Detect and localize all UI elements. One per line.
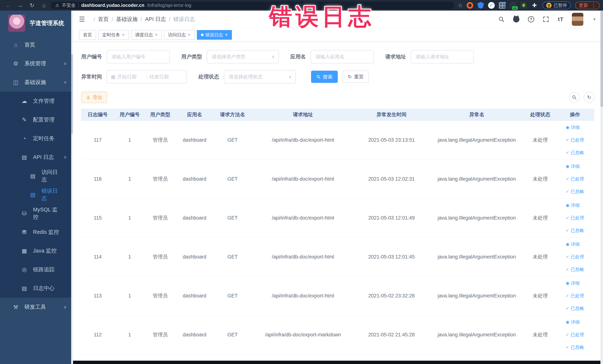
- sidebar-item[interactable]: ⌂ 首页: [0, 35, 73, 54]
- processed-action-link[interactable]: ✓ 已处理: [566, 211, 584, 224]
- detail-action-link[interactable]: ◉ 详细: [566, 199, 584, 211]
- close-tab-icon[interactable]: ×: [122, 32, 125, 38]
- breadcrumb-item[interactable]: 首页: [98, 16, 109, 23]
- extension-leaf-icon[interactable]: [520, 2, 527, 9]
- sidebar-item[interactable]: ◔ 定时任务: [0, 129, 73, 148]
- breadcrumb-separator: /: [169, 16, 170, 23]
- sidebar-item[interactable]: ⚙ 系统管理 ∨: [0, 54, 73, 73]
- close-tab-icon[interactable]: ×: [225, 32, 228, 38]
- operations-cell: ◉ 详细 ✓ 已处理 ✓ 已忽略: [556, 237, 594, 276]
- detail-action-link[interactable]: ◉ 详细: [566, 238, 584, 250]
- processed-action-link[interactable]: ✓ 已处理: [566, 289, 584, 302]
- url-path: /infra/log/api-error-log: [147, 3, 191, 8]
- ignored-action-link[interactable]: ✓ 已忽略: [566, 341, 584, 354]
- avatar-caret-icon[interactable]: ▾: [593, 17, 596, 22]
- breadcrumb-item[interactable]: 错误日志: [173, 16, 195, 23]
- refresh-table-button[interactable]: ↻: [584, 92, 594, 103]
- sidebar-item[interactable]: ▤ 日志中心: [0, 279, 73, 298]
- request-url-input[interactable]: [411, 50, 474, 63]
- processed-action-link[interactable]: ✓ 已处理: [566, 329, 584, 341]
- extension-grid-icon[interactable]: [499, 2, 506, 9]
- user-type-select[interactable]: [207, 50, 279, 63]
- page-tab[interactable]: 首页 ×: [79, 30, 96, 40]
- sidebar-item[interactable]: ▤ 访问日志: [0, 166, 73, 185]
- detail-action-link[interactable]: ◉ 详细: [566, 121, 584, 134]
- close-tab-icon[interactable]: ×: [188, 32, 190, 38]
- profile-paused-button[interactable]: 已暂停: [543, 1, 571, 9]
- ignored-action-link[interactable]: ✓ 已忽略: [566, 185, 584, 198]
- process-status-select[interactable]: [224, 70, 296, 83]
- browser-home-icon[interactable]: ⌂: [39, 2, 49, 9]
- app-logo-row[interactable]: 芋道管理系统: [0, 11, 73, 35]
- ignored-action-link[interactable]: ✓ 已忽略: [566, 302, 584, 315]
- page-scrollbar-thumb[interactable]: [600, 11, 603, 107]
- page-tab[interactable]: 错误日志 ×: [197, 30, 232, 40]
- app-name-input[interactable]: [311, 50, 374, 63]
- browser-update-button[interactable]: 更新 ⋮: [575, 1, 600, 9]
- breadcrumb-item[interactable]: API 日志: [145, 16, 166, 23]
- browser-reload-icon[interactable]: ↻: [27, 2, 37, 9]
- start-date-input[interactable]: [117, 71, 144, 82]
- date-range-picker[interactable]: ▦ -: [107, 70, 187, 83]
- processed-action-link[interactable]: ✓ 已处理: [566, 173, 584, 185]
- sidebar-item[interactable]: ⛁ MySQL 监控: [0, 204, 73, 223]
- extension-green-check-icon[interactable]: ✓: [488, 2, 495, 9]
- font-size-icon[interactable]: tT: [557, 16, 564, 23]
- browser-back-icon[interactable]: ←: [3, 2, 13, 9]
- browser-forward-icon[interactable]: →: [15, 2, 25, 9]
- sidebar-item[interactable]: ▤ 错误日志: [0, 185, 73, 204]
- hamburger-icon[interactable]: ☰: [79, 15, 85, 23]
- sidebar-scrollbar-thumb[interactable]: [71, 54, 73, 134]
- sidebar-item[interactable]: ☁ 文件管理: [0, 92, 73, 110]
- extension-switch-icon[interactable]: on: [510, 2, 516, 9]
- user-id-input[interactable]: [107, 50, 170, 63]
- sidebar-item[interactable]: ▦ Java 监控: [0, 241, 73, 260]
- search-button[interactable]: 搜索: [311, 71, 338, 83]
- close-tab-icon[interactable]: ×: [155, 32, 158, 38]
- detail-action-link[interactable]: ◉ 详细: [566, 316, 584, 329]
- column-header: 异常名: [429, 109, 525, 120]
- sidebar-item[interactable]: ✎ 配置管理: [0, 110, 73, 129]
- github-icon[interactable]: [512, 16, 520, 23]
- filter-exception-time: 异常时间 ▦ -: [81, 70, 187, 83]
- extension-orange-ring-icon[interactable]: [467, 2, 473, 9]
- eye-icon: ◉: [566, 242, 569, 247]
- sidebar-item[interactable]: ◎ 链路追踪: [0, 260, 73, 279]
- detail-action-link[interactable]: ◉ 详细: [566, 160, 584, 173]
- app-name-label: 应用名: [290, 53, 306, 60]
- help-icon[interactable]: ?: [527, 16, 535, 23]
- sidebar-item[interactable]: ⚒ 研发工具 ∨: [0, 298, 73, 316]
- reset-button[interactable]: ↻ 重置: [343, 71, 369, 83]
- user-avatar[interactable]: [572, 13, 583, 26]
- table-header-row: 日志编号用户编号用户类型应用名请求方法名请求地址异常发生时间异常名处理状态操作: [81, 109, 594, 120]
- export-button[interactable]: 导出: [81, 92, 107, 103]
- sidebar-item[interactable]: ▤ API 日志 ∧: [0, 148, 73, 166]
- browser-menu-icon[interactable]: ⋮: [591, 2, 596, 8]
- hide-search-button[interactable]: [569, 92, 580, 103]
- address-bar[interactable]: ⚠ 不安全 dashboard.yudao.iocoder.cn/infra/l…: [51, 2, 454, 9]
- extension-shield-icon[interactable]: [477, 2, 484, 9]
- processed-action-link[interactable]: ✓ 已处理: [566, 250, 584, 263]
- page-tab[interactable]: 调度日志 ×: [131, 30, 162, 40]
- search-icon[interactable]: [498, 16, 505, 23]
- exception-name-cell: java.lang.IllegalArgumentException: [429, 237, 525, 276]
- sidebar-item[interactable]: ◫ 基础设施 ∧: [0, 73, 73, 92]
- page-tab[interactable]: 定时任务 ×: [98, 30, 129, 40]
- ignored-action-link[interactable]: ✓ 已忽略: [566, 224, 584, 237]
- ignored-action-link[interactable]: ✓ 已忽略: [566, 146, 584, 159]
- security-label[interactable]: 不安全: [62, 2, 76, 8]
- eye-icon: ◉: [566, 203, 569, 208]
- breadcrumb-item[interactable]: 基础设施: [116, 16, 138, 23]
- bookmark-star-icon[interactable]: ☆: [458, 2, 463, 9]
- detail-action-link[interactable]: ◉ 详细: [566, 277, 584, 289]
- end-date-input[interactable]: [150, 71, 177, 82]
- user-type-cell: 管理员: [145, 276, 175, 315]
- sidebar-item[interactable]: ⛃ Redis 监控: [0, 223, 73, 241]
- breadcrumb-separator: /: [93, 16, 95, 23]
- fullscreen-icon[interactable]: [542, 16, 550, 23]
- processed-action-link[interactable]: ✓ 已处理: [566, 134, 584, 146]
- page-tab[interactable]: 访问日志 ×: [164, 30, 195, 40]
- ignored-action-link[interactable]: ✓ 已忽略: [566, 263, 584, 276]
- extensions-puzzle-icon[interactable]: ✚: [531, 2, 538, 9]
- check-icon: ✓: [566, 215, 569, 220]
